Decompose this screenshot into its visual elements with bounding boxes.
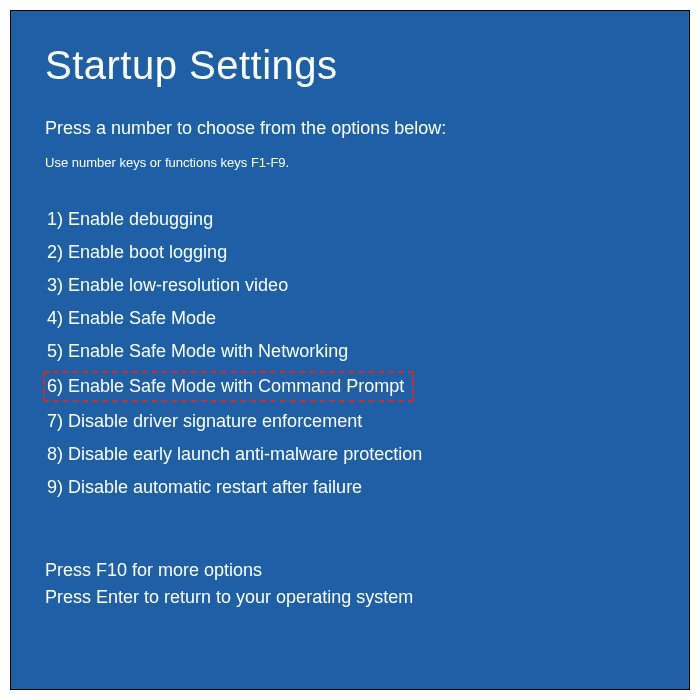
option-7[interactable]: 7) Disable driver signature enforcement bbox=[45, 408, 364, 435]
option-1[interactable]: 1) Enable debugging bbox=[45, 206, 215, 233]
footer-line-more-options: Press F10 for more options bbox=[45, 557, 413, 584]
option-9[interactable]: 9) Disable automatic restart after failu… bbox=[45, 474, 364, 501]
option-label: 5) Enable Safe Mode with Networking bbox=[47, 341, 348, 361]
option-4[interactable]: 4) Enable Safe Mode bbox=[45, 305, 218, 332]
option-5[interactable]: 5) Enable Safe Mode with Networking bbox=[45, 338, 350, 365]
option-label: 9) Disable automatic restart after failu… bbox=[47, 477, 362, 497]
footer: Press F10 for more options Press Enter t… bbox=[45, 557, 413, 611]
option-label: 8) Disable early launch anti-malware pro… bbox=[47, 444, 422, 464]
option-6[interactable]: 6) Enable Safe Mode with Command Prompt bbox=[43, 371, 414, 402]
option-label: 4) Enable Safe Mode bbox=[47, 308, 216, 328]
startup-options-list: 1) Enable debugging 2) Enable boot loggi… bbox=[45, 206, 655, 501]
instruction-text: Press a number to choose from the option… bbox=[45, 118, 655, 139]
option-label: 7) Disable driver signature enforcement bbox=[47, 411, 362, 431]
option-label: 1) Enable debugging bbox=[47, 209, 213, 229]
option-8[interactable]: 8) Disable early launch anti-malware pro… bbox=[45, 441, 424, 468]
startup-settings-screen: Startup Settings Press a number to choos… bbox=[10, 10, 690, 690]
option-3[interactable]: 3) Enable low-resolution video bbox=[45, 272, 290, 299]
hint-text: Use number keys or functions keys F1-F9. bbox=[45, 155, 655, 170]
option-2[interactable]: 2) Enable boot logging bbox=[45, 239, 229, 266]
option-label: 3) Enable low-resolution video bbox=[47, 275, 288, 295]
option-label: 2) Enable boot logging bbox=[47, 242, 227, 262]
option-label: 6) Enable Safe Mode with Command Prompt bbox=[47, 376, 404, 396]
page-title: Startup Settings bbox=[45, 43, 655, 88]
footer-line-return: Press Enter to return to your operating … bbox=[45, 584, 413, 611]
